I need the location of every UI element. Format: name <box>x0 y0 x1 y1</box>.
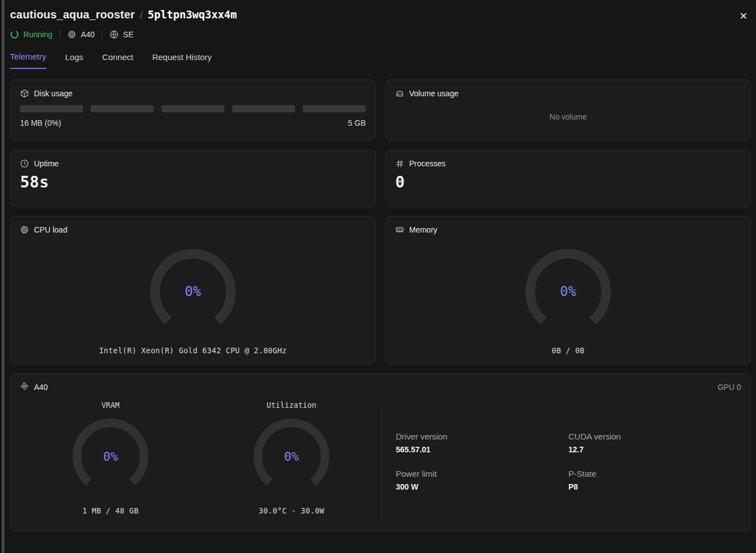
detail-label: Driver version <box>396 432 568 441</box>
gpu-card: A40 GPU 0 VRAM 0% 1 MB / 48 GB Utiliz <box>10 373 751 532</box>
uptime-header: Uptime <box>20 159 366 168</box>
page-scrollbar[interactable] <box>2 0 4 553</box>
vram-usage-text: 1 MB / 48 GB <box>82 506 139 515</box>
chip-icon <box>67 30 76 39</box>
card-title: Processes <box>409 159 445 168</box>
gpu-fan-icon <box>20 382 29 393</box>
processes-header: Processes <box>395 159 741 168</box>
tab-request-history[interactable]: Request History <box>152 52 212 69</box>
disk-total-value: 5 GB <box>348 119 366 127</box>
detail-label: Power limit <box>396 469 568 478</box>
chip-icon <box>20 225 29 234</box>
vram-label: VRAM <box>101 401 120 409</box>
cpu-gauge: 0% <box>144 243 242 340</box>
gpu-index-label: GPU 0 <box>718 383 741 392</box>
gpu-card-header: A40 GPU 0 <box>20 382 741 393</box>
tab-connect[interactable]: Connect <box>102 52 134 69</box>
telemetry-grid: Disk usage 16 MB (0%) 5 GB <box>10 80 751 364</box>
detail-value: 12.7 <box>568 445 741 454</box>
spinner-icon <box>10 30 19 39</box>
hard-drive-icon <box>395 89 404 98</box>
disk-segment <box>232 105 295 112</box>
modal-header: cautious_aqua_rooster / 5pltpn3wq3xx4m ✕ <box>10 0 751 21</box>
gpu-card-body: VRAM 0% 1 MB / 48 GB Utilization <box>20 401 741 522</box>
card-title: Disk usage <box>34 89 72 98</box>
instance-id: 5pltpn3wq3xx4m <box>148 8 237 21</box>
telemetry-modal: cautious_aqua_rooster / 5pltpn3wq3xx4m ✕… <box>10 0 751 532</box>
disk-segment <box>20 105 83 112</box>
utilization-gauge-block: Utilization 0% 30.0°C - 30.0W <box>201 401 382 522</box>
box-icon <box>20 89 29 98</box>
tab-logs[interactable]: Logs <box>65 52 84 69</box>
gpu-type-label: A40 <box>81 30 95 39</box>
gpu-detail-item: Driver version 565.57.01 <box>396 432 568 454</box>
detail-value: 565.57.01 <box>396 445 568 454</box>
uptime-card: Uptime 58s <box>10 150 376 207</box>
disk-usage-values: 16 MB (0%) 5 GB <box>20 119 366 127</box>
disk-segment <box>161 105 224 112</box>
detail-value: 300 W <box>396 482 568 491</box>
status-badge: Running <box>10 30 52 39</box>
hash-icon <box>395 159 404 168</box>
cpu-load-header: CPU load <box>20 225 366 234</box>
cpu-model-text: Intel(R) Xeon(R) Gold 6342 CPU @ 2.80GHz <box>20 346 366 355</box>
processes-value: 0 <box>395 173 741 191</box>
clock-icon <box>20 159 29 168</box>
gpu-detail-item: CUDA version 12.7 <box>568 432 741 454</box>
gpu-detail-item: Power limit 300 W <box>396 469 568 491</box>
cpu-gauge-percent: 0% <box>185 284 201 299</box>
globe-icon <box>110 30 119 39</box>
utilization-gauge-percent: 0% <box>284 450 299 463</box>
card-title: Uptime <box>34 159 58 168</box>
detail-value: P8 <box>568 482 741 491</box>
memory-usage-text: 0B / 0B <box>395 346 741 355</box>
region-chip: SE <box>110 30 134 39</box>
memory-gauge: 0% <box>519 243 617 340</box>
volume-empty-text: No volume <box>395 112 741 121</box>
volume-usage-header: Volume usage <box>395 89 741 98</box>
gpu-gauges: VRAM 0% 1 MB / 48 GB Utilization <box>20 401 382 522</box>
card-title: Volume usage <box>409 89 459 98</box>
pod-name: cautious_aqua_rooster <box>10 8 135 21</box>
volume-usage-card: Volume usage No volume <box>385 80 751 141</box>
gpu-details-grid: Driver version 565.57.01 CUDA version 12… <box>382 401 741 522</box>
close-icon[interactable]: ✕ <box>738 10 749 22</box>
status-label: Running <box>23 30 52 39</box>
utilization-gauge: 0% <box>248 413 335 500</box>
memory-card: Memory 0% 0B / 0B <box>385 216 751 364</box>
disk-segment <box>91 105 154 112</box>
gpu-title: A40 <box>34 383 48 392</box>
vram-gauge-block: VRAM 0% 1 MB / 48 GB <box>20 401 201 522</box>
gpu-detail-item: P-State P8 <box>568 469 741 491</box>
uptime-value: 58s <box>20 173 366 191</box>
gpu-type-chip: A40 <box>67 30 95 39</box>
disk-usage-bar <box>20 105 366 112</box>
disk-used-value: 16 MB (0%) <box>20 119 61 127</box>
processes-card: Processes 0 <box>385 150 751 207</box>
breadcrumb-separator: / <box>140 9 143 21</box>
tab-bar: Telemetry Logs Connect Request History <box>10 52 751 69</box>
tab-telemetry[interactable]: Telemetry <box>10 52 46 69</box>
memory-header: Memory <box>395 225 741 234</box>
cpu-load-card: CPU load 0% Intel(R) Xeon(R) Gold 6342 C… <box>10 216 376 364</box>
card-title: CPU load <box>34 225 67 234</box>
breadcrumb: cautious_aqua_rooster / 5pltpn3wq3xx4m <box>10 8 237 21</box>
vram-gauge: 0% <box>67 413 154 500</box>
disk-usage-card: Disk usage 16 MB (0%) 5 GB <box>10 80 376 141</box>
vram-gauge-percent: 0% <box>103 450 118 463</box>
utilization-label: Utilization <box>267 401 316 409</box>
temp-power-text: 30.0°C - 30.0W <box>259 506 325 515</box>
disk-segment <box>303 105 366 112</box>
memory-icon <box>395 225 404 234</box>
disk-usage-header: Disk usage <box>20 89 366 98</box>
status-row: Running A40 SE <box>10 29 751 39</box>
status-divider <box>60 29 60 39</box>
card-title: Memory <box>409 225 438 234</box>
detail-label: CUDA version <box>568 432 741 441</box>
memory-gauge-percent: 0% <box>560 284 576 299</box>
region-label: SE <box>123 30 134 39</box>
detail-label: P-State <box>568 469 741 478</box>
status-divider <box>102 29 102 39</box>
